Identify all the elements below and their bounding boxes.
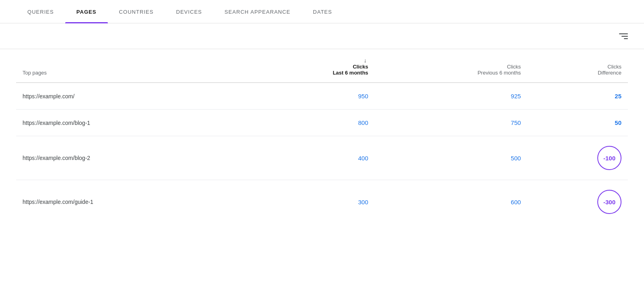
pages-table: Top pages ↓ Clicks Last 6 months Clicks … — [16, 49, 628, 224]
cell-page: https://example.com/blog-2 — [16, 136, 244, 180]
tab-queries[interactable]: QUERIES — [16, 0, 65, 23]
table-row: https://example.com/blog-180075050 — [16, 110, 628, 136]
col-header-clicks-last[interactable]: ↓ Clicks Last 6 months — [244, 49, 375, 83]
cell-clicks-prev: 600 — [375, 180, 527, 224]
col-header-clicks-diff[interactable]: Clicks Difference — [527, 49, 628, 83]
cell-clicks-prev: 750 — [375, 110, 527, 136]
cell-clicks-diff: -100 — [527, 136, 628, 180]
col-header-page: Top pages — [16, 49, 244, 83]
tab-countries[interactable]: COUNTRIES — [108, 0, 165, 23]
cell-clicks-last: 300 — [244, 180, 375, 224]
cell-clicks-diff: 50 — [527, 110, 628, 136]
cell-clicks-last: 400 — [244, 136, 375, 180]
cell-page: https://example.com/blog-1 — [16, 110, 244, 136]
tab-search-appearance[interactable]: SEARCH APPEARANCE — [213, 0, 302, 23]
tab-navigation: QUERIESPAGESCOUNTRIESDEVICESSEARCH APPEA… — [0, 0, 644, 23]
cell-clicks-last: 800 — [244, 110, 375, 136]
cell-clicks-diff: 25 — [527, 83, 628, 110]
cell-clicks-prev: 500 — [375, 136, 527, 180]
table-row: https://example.com/95092525 — [16, 83, 628, 110]
cell-clicks-diff: -300 — [527, 180, 628, 224]
tab-devices[interactable]: DEVICES — [165, 0, 213, 23]
tab-pages[interactable]: PAGES — [65, 0, 108, 23]
col-header-clicks-prev[interactable]: Clicks Previous 6 months — [375, 49, 527, 83]
cell-clicks-last: 950 — [244, 83, 375, 110]
table-row: https://example.com/blog-2400500-100 — [16, 136, 628, 180]
table-row: https://example.com/guide-1300600-300 — [16, 180, 628, 224]
filter-icon[interactable] — [619, 33, 628, 39]
cell-page: https://example.com/guide-1 — [16, 180, 244, 224]
filter-bar — [0, 23, 644, 49]
cell-clicks-prev: 925 — [375, 83, 527, 110]
tab-dates[interactable]: DATES — [301, 0, 343, 23]
table-container: Top pages ↓ Clicks Last 6 months Clicks … — [0, 49, 644, 224]
cell-page: https://example.com/ — [16, 83, 244, 110]
